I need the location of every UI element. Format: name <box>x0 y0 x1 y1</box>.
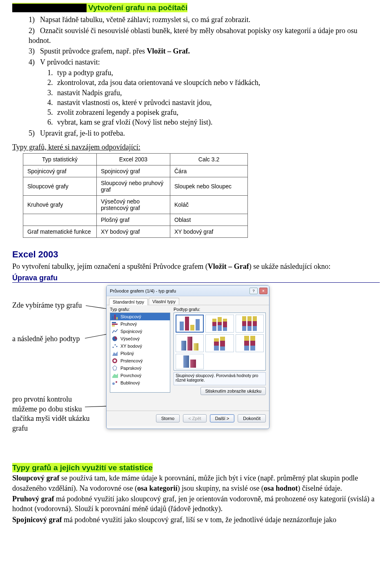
types-table: Typ statistický Excel 2003 Calc 3.2 Spoj… <box>23 153 248 238</box>
svg-point-11 <box>115 344 116 346</box>
subtype-description: Skupinový sloupcový. Porovnává hodnoty p… <box>174 372 266 385</box>
para2-b: Pruhový graf <box>12 495 54 503</box>
table-row: Graf matematické funkce <box>23 226 97 238</box>
type-item-paprskovy[interactable]: Paprskový <box>110 364 170 372</box>
table-row <box>23 214 97 226</box>
type-list[interactable]: Sloupcový Pruhový Spojnicový Výsečový XY… <box>110 313 170 393</box>
caption-type: Zde vybíráme typ grafu <box>12 301 82 310</box>
bar-chart-icon <box>112 314 118 319</box>
types-usage-block: Typy grafů a jejich využití ve statistic… <box>12 463 380 524</box>
svg-point-10 <box>113 347 114 348</box>
svg-marker-17 <box>112 373 118 378</box>
type-item-bublinovy[interactable]: Bublinový <box>110 379 170 387</box>
subtype-1[interactable] <box>176 315 204 333</box>
radar-chart-icon <box>112 365 118 371</box>
preview-button[interactable]: Stisknutím zobrazíte ukázku <box>200 387 266 395</box>
scatter-chart-icon <box>112 343 118 349</box>
svg-point-19 <box>116 381 117 383</box>
donut-chart-icon <box>112 358 118 364</box>
chart-wizard-window: Průvodce grafem (1/4) - typ grafu ? × St… <box>106 285 270 429</box>
help-icon[interactable]: ? <box>249 288 258 294</box>
types-usage-title: Typy grafů a jejich využití ve statistic… <box>12 463 153 472</box>
redacted-box <box>12 4 87 12</box>
finish-button[interactable]: Dokončit <box>238 414 266 422</box>
next-button[interactable]: Další > <box>210 414 235 422</box>
tabs-row: Standardní typy Vlastní typy <box>107 296 269 305</box>
window-title: Průvodce grafem (1/4) - typ grafu <box>110 288 176 293</box>
main-steps-list: 1)Napsat řádně tabulku, včetně záhlaví; … <box>29 15 380 138</box>
substep-4: nastavit vlastnosti os, které v průvodci… <box>57 98 212 107</box>
svg-marker-13 <box>112 351 118 356</box>
podtyp-label: Podtyp grafu: <box>174 307 266 312</box>
type-item-vysecovy[interactable]: Výsečový <box>110 335 170 342</box>
th-stat: Typ statistický <box>23 154 97 165</box>
subtype-3[interactable] <box>236 315 264 333</box>
hbar-chart-icon <box>112 321 118 327</box>
type-item-plosny[interactable]: Plošný <box>110 350 170 357</box>
caption-subtype: a následně jeho podtyp <box>12 334 80 344</box>
type-item-pruhovy[interactable]: Pruhový <box>110 320 170 328</box>
excel-heading: Excel 2003 <box>12 249 380 260</box>
svg-rect-5 <box>116 317 118 319</box>
tab-custom[interactable]: Vlastní typy <box>149 298 179 305</box>
step-3-bold: Vložit – Graf. <box>147 47 189 55</box>
area-chart-icon <box>112 351 118 356</box>
svg-rect-3 <box>112 316 114 319</box>
titlebar[interactable]: Průvodce grafem (1/4) - typ grafu ? × <box>107 286 269 296</box>
subtype-6[interactable] <box>236 334 264 352</box>
cancel-button[interactable]: Storno <box>156 414 180 422</box>
type-item-spojnicovy[interactable]: Spojnicový <box>110 328 170 335</box>
close-icon[interactable]: × <box>259 288 267 294</box>
para3-b: Spojnicový graf <box>12 516 62 524</box>
table-row: Kruhové grafy <box>23 196 97 214</box>
table-row: Spojnicový graf <box>23 165 97 177</box>
subtype-grid[interactable] <box>174 313 266 371</box>
step-2: Označit souvislé či nesouvislé oblasti b… <box>29 27 357 45</box>
step-5: Upravit graf, je-li to potřeba. <box>40 129 125 137</box>
caption-preview: pro prvotní kontrolu můžeme po dobu stis… <box>12 395 94 433</box>
typ-label: Typ grafu: <box>110 307 170 312</box>
line-chart-icon <box>112 328 118 334</box>
bubble-chart-icon <box>112 380 118 386</box>
subtype-7[interactable] <box>176 354 204 369</box>
type-item-povrchovy[interactable]: Povrchový <box>110 372 170 379</box>
svg-point-15 <box>114 360 116 362</box>
button-row: Storno < Zpět Další > Dokončit <box>107 411 269 426</box>
page-title: Vytvoření grafu na počítači <box>12 3 380 12</box>
type-item-prstencovy[interactable]: Prstencový <box>110 357 170 364</box>
para1-b1: Sloupcový graf <box>12 474 60 482</box>
substep-5: zvolit zobrazení legendy a popisek grafu… <box>57 108 178 116</box>
type-item-sloupcovy[interactable]: Sloupcový <box>110 313 170 320</box>
surface-chart-icon <box>112 373 118 378</box>
title-text: Vytvoření grafu na počítači <box>88 3 187 12</box>
excel-intro: Po vytvoření tabulky, jejím označení a s… <box>12 261 380 271</box>
substep-3: nastavit Nadpis grafu, <box>57 89 122 97</box>
uprava-heading: Úprava grafu <box>12 274 380 283</box>
subtype-5[interactable] <box>205 334 234 352</box>
tab-standard[interactable]: Standardní typy <box>109 298 148 305</box>
substep-2: zkontrolovat, zda jsou data orientovaná … <box>57 78 260 87</box>
table-row: Sloupcové grafy <box>23 177 97 196</box>
svg-marker-16 <box>113 366 117 370</box>
th-excel: Excel 2003 <box>97 154 170 165</box>
step-4: V průvodci nastavit: <box>40 58 100 66</box>
back-button[interactable]: < Zpět <box>183 414 207 422</box>
subtype-2[interactable] <box>205 315 234 333</box>
svg-rect-8 <box>112 325 115 326</box>
svg-rect-7 <box>112 324 118 325</box>
step-1: Napsat řádně tabulku, včetně záhlaví; ro… <box>40 16 250 24</box>
step-3a: Spustit průvodce grafem, např. přes <box>40 47 147 55</box>
substep-6: vybrat, kam se graf vloží (Nový list neb… <box>57 118 212 126</box>
th-calc: Calc 3.2 <box>170 154 248 165</box>
subtype-4[interactable] <box>176 334 204 352</box>
wizard-area: Zde vybíráme typ grafu a následně jeho p… <box>12 285 380 449</box>
substeps-list: 1.typ a podtyp grafu, 2.zkontrolovat, zd… <box>47 68 380 127</box>
type-item-xy[interactable]: XY bodový <box>110 342 170 350</box>
substep-1: typ a podtyp grafu, <box>57 69 113 77</box>
pie-chart-icon <box>112 336 118 342</box>
svg-rect-4 <box>114 315 116 319</box>
svg-point-18 <box>112 382 115 385</box>
svg-rect-6 <box>112 322 116 323</box>
types-note: Typy grafů, které si navzájem odpovídají… <box>12 143 380 152</box>
svg-point-12 <box>116 346 118 347</box>
